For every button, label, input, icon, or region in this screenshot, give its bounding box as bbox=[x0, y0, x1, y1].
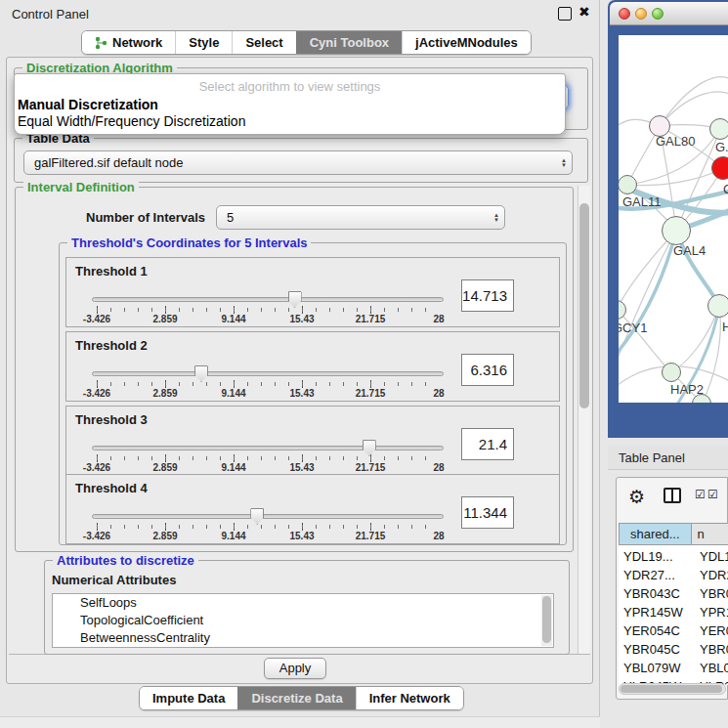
tick-label: 15.43 bbox=[289, 314, 314, 324]
network-node[interactable] bbox=[711, 156, 728, 180]
option-equal-width-frequency[interactable]: Equal Width/Frequency Discretization bbox=[18, 113, 245, 129]
threshold-4-value-field[interactable]: 11.344 bbox=[461, 496, 514, 529]
threshold-4-slider[interactable] bbox=[92, 514, 444, 519]
table-row[interactable]: YBR045CYBR0 bbox=[619, 641, 728, 660]
tab-select[interactable]: Select bbox=[232, 31, 295, 54]
table-row[interactable]: YPR145WYPR1 bbox=[619, 604, 728, 622]
option-manual-discretization[interactable]: Manual Discretization bbox=[18, 97, 158, 112]
combo-arrows-icon: ▲▼ bbox=[489, 213, 504, 223]
checkbox-icon[interactable]: ☑ bbox=[707, 488, 718, 501]
tab-cyni-toolbox[interactable]: Cyni Toolbox bbox=[296, 31, 402, 54]
float-window-icon[interactable] bbox=[558, 7, 572, 21]
cell-name: YER0 bbox=[700, 623, 728, 638]
threshold-2-box: Threshold 2 -3.4262.8599.14415.4321.7152… bbox=[65, 331, 560, 402]
threshold-3-value-field[interactable]: 21.4 bbox=[461, 428, 514, 460]
threshold-label: Threshold 1 bbox=[75, 264, 148, 278]
tick-label: 21.715 bbox=[356, 388, 386, 399]
node-label: G. bbox=[715, 140, 728, 154]
close-traffic-light-icon[interactable] bbox=[619, 8, 630, 20]
zoom-traffic-light-icon[interactable] bbox=[652, 8, 664, 20]
number-of-intervals-combobox[interactable]: 5 ▲▼ bbox=[216, 205, 505, 230]
tab-impute-data[interactable]: Impute Data bbox=[140, 687, 237, 709]
slider-tick-labels: -3.4262.8599.14415.4321.71528 bbox=[97, 314, 439, 325]
number-of-intervals-label: Number of Intervals bbox=[86, 210, 205, 225]
network-node[interactable] bbox=[707, 294, 728, 318]
tick-label: 2.859 bbox=[152, 531, 177, 541]
attributes-list[interactable]: SelfLoopsTopologicalCoefficientBetweenne… bbox=[52, 593, 554, 648]
table-row[interactable]: YBR043CYBR0 bbox=[619, 585, 728, 604]
scrollbar-thumb[interactable] bbox=[579, 203, 589, 408]
tick-label: 28 bbox=[433, 531, 444, 541]
tab-label: Discretize Data bbox=[251, 691, 342, 706]
table-row[interactable]: YER054CYER0 bbox=[619, 622, 728, 641]
list-item[interactable]: SelfLoops bbox=[53, 594, 553, 612]
network-node[interactable] bbox=[662, 363, 681, 382]
cell-shared-name: YER054C bbox=[623, 623, 680, 638]
table-data-combobox[interactable]: galFiltered.sif default node ▲▼ bbox=[23, 150, 573, 175]
minimize-traffic-light-icon[interactable] bbox=[635, 8, 647, 20]
tab-jactivemnodules[interactable]: jActiveMNodules bbox=[402, 31, 531, 54]
node-label: H bbox=[722, 320, 728, 334]
table-row[interactable]: YBL079WYBL0 bbox=[619, 660, 728, 678]
list-item[interactable]: TopologicalCoefficient bbox=[53, 612, 553, 629]
threshold-1-box: Threshold 1 -3.4262.8599.14415.4321.7152… bbox=[65, 257, 560, 327]
network-node[interactable] bbox=[709, 118, 728, 140]
slider-ticks bbox=[97, 380, 439, 388]
tab-discretize-data[interactable]: Discretize Data bbox=[237, 687, 355, 709]
threshold-label: Threshold 2 bbox=[75, 338, 148, 353]
tick-label: -3.426 bbox=[83, 388, 110, 399]
node-label: GCY1 bbox=[619, 321, 647, 335]
tick-label: 15.43 bbox=[289, 531, 314, 541]
scrollbar-thumb[interactable] bbox=[542, 596, 551, 643]
network-node[interactable] bbox=[662, 216, 691, 245]
numerical-attributes-label: Numerical Attributes bbox=[52, 573, 176, 587]
node-label: C bbox=[723, 182, 728, 196]
close-icon[interactable]: ✖ bbox=[578, 4, 590, 20]
tick-label: -3.426 bbox=[83, 462, 110, 473]
cell-shared-name: YBR043C bbox=[623, 586, 680, 601]
combo-arrows-icon: ▲▼ bbox=[556, 158, 572, 168]
cell-shared-name: YDL19... bbox=[623, 549, 673, 564]
tab-label: Network bbox=[112, 35, 162, 50]
tab-label: Style bbox=[189, 35, 219, 50]
threshold-2-slider[interactable] bbox=[92, 371, 444, 376]
gear-icon[interactable]: ⚙ bbox=[628, 486, 645, 508]
network-canvas[interactable]: GAL80G.CGAL11GAL4GCY1HHAP2 bbox=[619, 35, 728, 403]
column-header-shared-name[interactable]: shared... bbox=[619, 523, 692, 545]
vertical-scrollbar[interactable] bbox=[578, 186, 590, 654]
control-panel: Control Panel ✖ Network Style Select Cyn… bbox=[0, 0, 600, 728]
tick-label: -3.426 bbox=[83, 314, 110, 324]
bottom-strip bbox=[0, 716, 600, 728]
table-row[interactable]: YDR27...YDR2 bbox=[619, 567, 728, 585]
column-header-name[interactable]: n bbox=[692, 523, 728, 545]
tick-label: 9.144 bbox=[221, 388, 245, 399]
threshold-1-value-field[interactable]: 14.713 bbox=[461, 279, 514, 312]
threshold-3-box: Threshold 3 -3.4262.8599.14415.4321.7152… bbox=[65, 406, 560, 476]
columns-icon[interactable] bbox=[664, 488, 681, 503]
table-panel-titlebar: Table Panel bbox=[608, 446, 728, 470]
list-scrollbar[interactable] bbox=[541, 595, 552, 646]
attributes-group: Attributes to discretize Numerical Attri… bbox=[44, 560, 570, 655]
network-window-titlebar[interactable] bbox=[610, 2, 728, 25]
horizontal-scrollbar[interactable] bbox=[619, 683, 726, 695]
threshold-3-slider[interactable] bbox=[92, 446, 444, 450]
checkbox-icon[interactable]: ☑ bbox=[695, 488, 706, 501]
list-item[interactable]: BetweennessCentrality bbox=[53, 629, 553, 647]
table-panel-title: Table Panel bbox=[619, 450, 685, 465]
table-panel: Table Panel ⚙ ☑ ☑ shared... n YDL19...YD… bbox=[608, 446, 728, 728]
threshold-1-slider[interactable] bbox=[92, 297, 444, 302]
scrollbar-thumb[interactable] bbox=[621, 685, 722, 693]
tab-network[interactable]: Network bbox=[82, 31, 175, 54]
threshold-2-value-field[interactable]: 6.316 bbox=[461, 354, 514, 386]
tab-style[interactable]: Style bbox=[175, 31, 232, 54]
network-node[interactable] bbox=[619, 175, 637, 194]
group-title: Threshold's Coordinates for 5 Intervals bbox=[67, 236, 311, 250]
tick-label: 28 bbox=[433, 462, 444, 473]
node-attribute-table[interactable]: shared... n YDL19...YDL1YDR27...YDR2YBR0… bbox=[619, 523, 728, 685]
apply-button[interactable]: Apply bbox=[264, 658, 326, 679]
table-row[interactable]: YDL19...YDL1 bbox=[619, 548, 728, 567]
threshold-label: Threshold 4 bbox=[75, 481, 148, 495]
tab-infer-network[interactable]: Infer Network bbox=[356, 687, 463, 709]
tick-label: -3.426 bbox=[83, 531, 110, 541]
control-panel-titlebar: Control Panel ✖ bbox=[0, 0, 600, 27]
